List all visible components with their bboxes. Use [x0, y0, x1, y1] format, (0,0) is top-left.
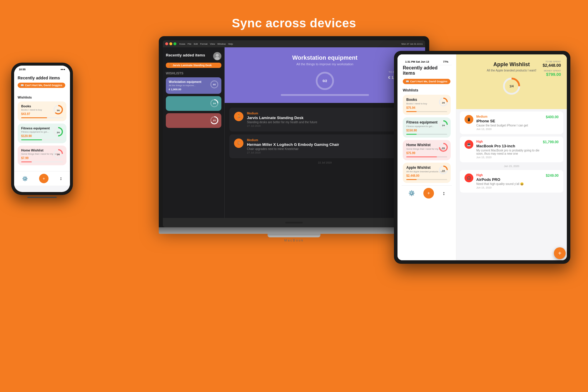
ipad-fab-button[interactable]: + [554, 247, 566, 259]
ipad-ring-1: 1/4 [438, 120, 448, 131]
iphone-ring-1: 2/4 [53, 126, 64, 138]
ipad-item-desc-0: Cause the best budget iPhone I can get [476, 124, 543, 127]
iphone-ring-text-0: 5/8 [57, 109, 60, 111]
macbook-label: MacBook [159, 238, 429, 242]
ipad-left-panel: 1:31 PM Sat Jun 13 77% Recently added it… [397, 54, 456, 260]
iphone-screen: 10:55 ●●● Recently added items 📖 Can't H… [14, 66, 70, 192]
menu-format[interactable]: Format [200, 43, 208, 45]
ipad-list-item-2[interactable]: 🎧 High AirPods PRO Need that high qualit… [460, 170, 563, 193]
ipad-right-ring: 1/4 [502, 77, 521, 96]
macbook-sidebar: Recently added items 🏃 Jarvis Laminate S… [163, 47, 225, 218]
macbook-recently-added-badge[interactable]: 🏃 Jarvis Laminate Standing Desk [166, 63, 221, 68]
ipad-time: 1:31 PM Sat Jun 13 [405, 60, 429, 63]
ipad-item-icon-2: 🎧 [465, 174, 473, 182]
iphone-card-progress-0 [21, 117, 63, 118]
ipad-battery: 77% [443, 60, 448, 63]
iphone-ring-text-1: 2/4 [57, 131, 60, 134]
ipad-list-item-1[interactable]: 💻 High MacBook Pro 13-inch My current Ma… [460, 136, 563, 162]
ipad-stat-money-spent: $799.00 [543, 72, 561, 77]
ipad-recently-added-badge[interactable]: 📖 Can't Hurt Me, David Goggins [403, 79, 450, 84]
ipad-sort-icon[interactable]: ↕ [442, 190, 445, 196]
macbook-progress-bar [281, 94, 369, 96]
macbook-main-ring: 0/2 [315, 71, 335, 91]
iphone-card-progress-2 [21, 161, 63, 162]
ipad-progress-fill-0 [406, 111, 417, 112]
mac-minimize-dot[interactable] [169, 42, 172, 45]
menu-view[interactable]: View [210, 43, 215, 45]
ipad-card-0[interactable]: Books Books I need to buy $75.94 [403, 95, 451, 115]
macbook-item-content-0: Medium Jarvis Laminate Standing Desk Sta… [247, 112, 416, 127]
mac-maximize-dot[interactable] [173, 42, 176, 45]
iphone-ring-0: 5/8 [53, 104, 64, 116]
menu-app[interactable]: Kowa [179, 43, 185, 45]
ipad-item-icon-1: 💻 [465, 140, 473, 149]
iphone-content: Recently added items 📖 Can't Hurt Me, Da… [14, 72, 70, 171]
macbook-list-item-0[interactable]: 🏃 Medium Jarvis Laminate Standing Desk S… [229, 108, 420, 131]
macbook-item-icon-1: 🪑 [234, 139, 243, 148]
menu-file[interactable]: File [188, 43, 191, 45]
iphone-sort-icon[interactable]: ↕ [60, 176, 62, 181]
ipad-recently-added-title: Recently added items [403, 65, 451, 76]
ipad-bottom-bar: ⚙️ + ↕ [402, 185, 452, 201]
ipad-settings-icon[interactable]: ⚙️ [408, 190, 415, 196]
ipad-card-progress-0 [406, 111, 447, 112]
iphone-progress-fill-0 [21, 117, 47, 118]
menubar-menus: Kowa File Edit Format View Window Help [179, 43, 233, 45]
menu-window[interactable]: Window [217, 43, 225, 45]
macbook-item-name-0: Jarvis Laminate Standing Desk [247, 116, 416, 120]
iphone-add-button[interactable]: + [39, 174, 49, 183]
ipad-card-progress-2 [406, 156, 447, 157]
iphone-card-1[interactable]: Fitness equipment Fitness equipment to g… [18, 124, 66, 143]
mac-close-dot[interactable] [165, 42, 168, 45]
iphone-progress-fill-1 [21, 139, 42, 140]
ipad-card-2[interactable]: Home Wishlist Some things that I need fo… [403, 140, 451, 160]
macbook-item-desc-1: Chair upgrades next to mine Kneelchair [247, 147, 416, 151]
iphone-ring-text-2: 1/4 [57, 154, 60, 156]
macbook-device: Kowa File Edit Format View Window Help M… [159, 36, 429, 242]
macbook-wishlist-card-1[interactable]: 1/4 [166, 96, 221, 111]
macbook-list-item-1[interactable]: 🪑 Medium Herman Miller X Logitech G Embo… [229, 134, 420, 158]
card-progress-text-0: 0/2 [213, 84, 216, 86]
ipad-outer: 1:31 PM Sat Jun 13 77% Recently added it… [394, 51, 570, 264]
ipad-card-progress-1 [406, 134, 447, 135]
devices-container: Kowa File Edit Format View Window Help M… [0, 36, 588, 389]
iphone-settings-icon[interactable]: ⚙️ [22, 176, 28, 181]
ipad-ring-text-3: 1/4 [442, 170, 445, 172]
ipad-ring-3: 1/4 [438, 165, 448, 176]
iphone-card-2[interactable]: Home Wishlist Some things that I need fo… [18, 146, 66, 165]
ipad-item-priority-0: Medium [476, 115, 543, 118]
badge-text: Jarvis Laminate Standing Desk [173, 64, 212, 67]
ipad-card-1[interactable]: Fitness equipment Fitness equipment to g… [403, 117, 451, 138]
macbook-date-separator: 22 Jul 2020 [229, 161, 420, 164]
iphone-recently-added-badge[interactable]: 📖 Can't Hurt Me, David Goggins [18, 83, 65, 88]
ipad-right-header: Apple Wishlist All the Apple branded pro… [456, 54, 567, 109]
ipad-add-button[interactable]: + [423, 188, 434, 198]
macbook-wishlist-card-2[interactable]: 2/3 [166, 113, 221, 128]
ipad-card-3[interactable]: Apple Wishlist All the Apple branded pro… [403, 163, 451, 183]
ipad-right-stats: TO BE SPENT $2,448.00 MONEY SPENT $799.0… [543, 60, 561, 77]
macbook-wishlist-card-0[interactable]: Workstation equipment All the things to … [166, 77, 221, 94]
menubar-time: Mon 27 Jul 21:13:11 [402, 43, 423, 45]
macbook-menubar: Kowa File Edit Format View Window Help M… [163, 40, 425, 47]
ipad-screen: 1:31 PM Sat Jun 13 77% Recently added it… [397, 54, 567, 260]
ipad-item-price-1: $1,799.00 [543, 140, 559, 144]
ipad-right-subtitle: All the Apple branded products I want! [487, 69, 536, 72]
iphone-time: 10:55 [19, 68, 26, 71]
iphone-statusbar: 10:55 ●●● [14, 66, 70, 72]
menu-help[interactable]: Help [228, 43, 233, 45]
card-progress-text-2: 2/3 [213, 119, 216, 121]
ipad-item-priority-2: High [476, 174, 543, 177]
ipad-ring-text-1: 1/4 [442, 124, 445, 126]
ipad-item-price-2: $249.00 [546, 174, 559, 178]
iphone-device: 10:55 ●●● Recently added items 📖 Can't H… [11, 63, 73, 198]
macbook-ring-text: 0/2 [323, 79, 327, 83]
iphone-ring-2: 1/4 [53, 149, 64, 160]
ipad-date-separator: Jun 15, 2020 [456, 165, 567, 168]
ipad-list-item-0[interactable]: 📱 Medium iPhone SE Cause the best budget… [460, 111, 563, 134]
macbook-base [159, 227, 429, 234]
menu-edit[interactable]: Edit [194, 43, 198, 45]
iphone-card-0[interactable]: Books Books I need to buy $43.97 5/8 [18, 101, 66, 121]
macbook-main-subtitle: All the things to improve my workstation [232, 62, 418, 66]
ipad-ring-0: 2/8 [438, 97, 448, 108]
ipad-item-content-1: High MacBook Pro 13-inch My current MacB… [476, 140, 540, 159]
